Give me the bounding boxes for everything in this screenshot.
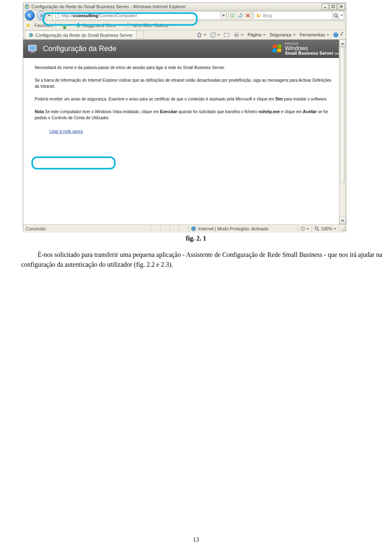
help-icon: ? [333, 32, 339, 38]
svg-rect-23 [31, 51, 34, 52]
svg-point-26 [315, 227, 318, 230]
svg-rect-3 [332, 5, 334, 8]
stop-icon [246, 13, 250, 18]
ie-icon [24, 4, 30, 9]
mail-icon [224, 33, 229, 37]
ie-icon [29, 33, 33, 38]
refresh-stop-cluster [228, 11, 252, 20]
page-header: Configuração da Rede Microsoft Windows S… [23, 40, 346, 58]
status-bar: Concluído Internet | Modo Protegido: Act… [23, 225, 346, 233]
svg-text:?: ? [335, 33, 337, 37]
document-paragraph: É-nos solicitado para transferir uma peq… [21, 250, 391, 270]
web-slice-label: Web Slice Gallery [132, 23, 168, 28]
print-button[interactable] [232, 31, 245, 38]
home-icon [196, 32, 202, 38]
status-cell [151, 225, 160, 232]
zoom-control[interactable]: 100% [312, 225, 339, 232]
plus-badge-icon: + [63, 26, 66, 29]
scroll-up-button[interactable] [339, 40, 346, 47]
svg-point-11 [29, 33, 33, 37]
web-slice-button[interactable]: Web Slice Gallery [124, 22, 174, 29]
maximize-button[interactable] [330, 3, 337, 10]
arrow-right-icon [39, 13, 43, 18]
search-icon [334, 13, 339, 18]
monitor-icon [27, 44, 39, 54]
close-button[interactable] [338, 3, 345, 10]
search-box[interactable]: Bing [254, 11, 344, 20]
document-page: Configuração da Rede do Small Business S… [0, 0, 392, 553]
search-button[interactable] [332, 12, 340, 19]
print-icon [234, 32, 239, 38]
feeds-button[interactable] [209, 31, 221, 38]
search-dropdown[interactable] [340, 15, 344, 16]
scroll-thumb[interactable] [340, 47, 345, 183]
tools-menu[interactable]: Ferramentas [298, 31, 331, 38]
nav-row: http://cconsulting/ConnectComputer/ Bing [23, 11, 346, 21]
tab-row: Configuração da Rede do Small Business S… [23, 30, 346, 40]
page-menu[interactable]: Página [246, 31, 267, 38]
protected-mode-button[interactable] [298, 225, 312, 232]
suggested-sites-label: Suggested Sites [82, 23, 115, 28]
compat-button[interactable] [229, 12, 236, 19]
home-button[interactable] [195, 31, 208, 38]
svg-rect-4 [56, 13, 59, 18]
refresh-button[interactable] [236, 12, 244, 19]
scroll-down-button[interactable] [339, 217, 346, 224]
minimize-button[interactable] [321, 3, 329, 10]
svg-rect-24 [30, 52, 35, 53]
shield-icon [301, 226, 305, 231]
header-branding: Microsoft Windows Small Business Server … [272, 42, 342, 56]
search-engine-label: Bing [263, 13, 332, 18]
window-buttons [321, 3, 345, 10]
rss-icon [210, 32, 216, 38]
address-dropdown[interactable] [220, 12, 226, 19]
windows-flag-icon [272, 44, 283, 54]
bing-icon [256, 13, 261, 18]
figure-caption: fig. 2. 1 [0, 235, 392, 242]
globe-icon [191, 226, 196, 231]
page-icon [126, 23, 131, 28]
chevron-up-icon [341, 42, 344, 45]
new-tab-button[interactable] [136, 31, 143, 39]
svg-point-8 [76, 23, 80, 27]
favorites-bar: ★ Favoritos ★ + Suggested Sites Web Slic… [23, 21, 346, 30]
screenshot-ie-window: Configuração da Rede do Small Business S… [23, 2, 346, 231]
stop-button[interactable] [244, 12, 252, 19]
svg-point-7 [334, 14, 337, 17]
command-bar: Página Segurança Ferramentas ? » [195, 31, 344, 39]
separator [55, 22, 56, 29]
forward-button[interactable] [36, 11, 46, 20]
tab-current[interactable]: Configuração da Rede do Small Business S… [25, 31, 136, 39]
resize-grip[interactable] [340, 226, 346, 232]
favorites-label[interactable]: Favoritos [34, 23, 53, 28]
note-text: Nota Se este computador tiver o Windows … [35, 109, 334, 121]
address-bar[interactable]: http://cconsulting/ConnectComputer/ [52, 11, 227, 20]
tab-label: Configuração da Rede do Small Business S… [35, 33, 133, 38]
ie-icon [76, 23, 81, 28]
mail-button[interactable] [222, 31, 231, 38]
chevron-down-icon [341, 220, 344, 222]
body-text: Necessitará do nome e da palavra-passe d… [35, 65, 334, 71]
svg-rect-22 [29, 46, 36, 50]
vertical-scrollbar[interactable] [339, 40, 346, 224]
page-title: Configuração da Rede [43, 45, 116, 53]
refresh-icon [238, 13, 243, 18]
add-favorites-button[interactable]: ★ + [58, 22, 72, 29]
connect-link-row: Ligar à rede agora [49, 128, 334, 134]
command-overflow[interactable]: » [341, 30, 343, 35]
connect-now-link[interactable]: Ligar à rede agora [49, 129, 83, 134]
nav-history-dropdown[interactable] [48, 15, 51, 16]
svg-rect-17 [235, 33, 238, 35]
suggested-sites-button[interactable]: Suggested Sites [74, 22, 122, 29]
svg-rect-18 [235, 36, 238, 37]
status-cell [160, 225, 170, 232]
status-done: Concluído [23, 225, 151, 232]
svg-rect-2 [324, 7, 326, 8]
status-cell [179, 225, 189, 232]
zoom-icon [314, 226, 319, 231]
favorites-star-icon[interactable]: ★ [26, 22, 31, 29]
window-title: Configuração da Rede do Small Business S… [31, 4, 321, 9]
back-button[interactable] [25, 11, 35, 20]
page-broken-icon [230, 13, 235, 18]
safety-menu[interactable]: Segurança [268, 31, 297, 38]
